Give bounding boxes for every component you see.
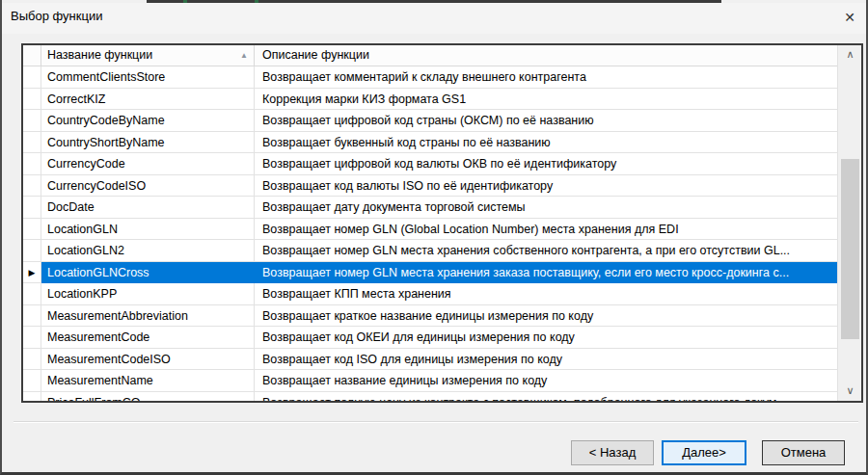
back-button[interactable]: < Назад bbox=[571, 440, 654, 465]
function-name-cell[interactable]: CurrencyCodeISO bbox=[41, 175, 255, 198]
column-header-label: Название функции bbox=[47, 48, 152, 62]
function-name-cell[interactable]: MeasurementAbbreviation bbox=[41, 305, 255, 328]
scroll-up-icon[interactable]: ∧ bbox=[838, 45, 862, 65]
cancel-button[interactable]: Отмена bbox=[762, 440, 845, 465]
row-indicator-cell bbox=[23, 66, 41, 89]
row-indicator-cell bbox=[23, 305, 41, 328]
row-indicator-cell bbox=[23, 175, 41, 198]
function-desc-cell[interactable]: Возвращает номер GLN (Global Location Nu… bbox=[255, 219, 837, 241]
close-icon[interactable]: ✕ bbox=[833, 5, 866, 30]
row-indicator-cell bbox=[23, 132, 41, 154]
next-button[interactable]: Далее> bbox=[662, 440, 746, 465]
function-name-cell[interactable]: MeasurementCode bbox=[41, 327, 255, 349]
table-row[interactable]: MeasurementAbbreviationВозвращает кратко… bbox=[23, 305, 837, 328]
function-desc-cell[interactable]: Возвращает код ОКЕИ для единицы измерени… bbox=[255, 327, 837, 349]
table-row[interactable]: CountryCodeByNameВозвращает цифровой код… bbox=[23, 110, 837, 132]
function-name-cell[interactable]: CountryCodeByName bbox=[41, 110, 255, 132]
function-name-cell[interactable]: DocDate bbox=[41, 197, 255, 219]
table-row[interactable]: MeasurementCodeISOВозвращает код ISO для… bbox=[23, 349, 837, 371]
row-indicator-cell bbox=[23, 153, 41, 175]
table-row[interactable]: MeasurementCodeВозвращает код ОКЕИ для е… bbox=[23, 327, 837, 349]
table-rows: CommentClientsStoreВозвращает комментари… bbox=[23, 66, 837, 401]
footer-separator bbox=[14, 421, 858, 423]
scroll-down-icon[interactable]: ∨ bbox=[838, 382, 862, 401]
table-row[interactable]: CorrectKIZКоррекция марки КИЗ формата GS… bbox=[23, 89, 837, 111]
function-name-cell[interactable]: PriceFullFromCO bbox=[41, 392, 255, 402]
header-indicator-cell bbox=[23, 45, 41, 66]
table-row[interactable]: LocationKPPВозвращает КПП места хранения bbox=[23, 283, 837, 305]
row-indicator-cell bbox=[23, 392, 41, 402]
function-name-cell[interactable]: MeasurementName bbox=[41, 370, 255, 392]
function-name-cell[interactable]: LocationGLN bbox=[41, 219, 255, 241]
scrollbar-thumb[interactable] bbox=[841, 159, 859, 339]
function-table: Название функции ▲ Описание функции Comm… bbox=[21, 43, 863, 403]
function-desc-cell[interactable]: Возвращает буквенный код страны по её на… bbox=[255, 132, 837, 154]
function-name-cell[interactable]: LocationGLNCross bbox=[41, 262, 255, 284]
table-row[interactable]: ▶LocationGLNCrossВозвращает номер GLN ме… bbox=[23, 262, 837, 284]
function-name-cell[interactable]: MeasurementCodeISO bbox=[41, 349, 255, 371]
function-name-cell[interactable]: CommentClientsStore bbox=[41, 66, 255, 89]
table-row[interactable]: MeasurementNameВозвращает название едини… bbox=[23, 370, 837, 392]
row-indicator-cell bbox=[23, 370, 41, 392]
table-row[interactable]: DocDateВозвращает дату документа торгово… bbox=[23, 197, 837, 219]
function-desc-cell[interactable]: Возвращает номер GLN места хранения зака… bbox=[255, 262, 837, 284]
row-indicator-cell bbox=[23, 197, 41, 219]
function-desc-cell[interactable]: Возвращает краткое название единицы изме… bbox=[255, 305, 837, 328]
function-select-dialog: Выбор функции ✕ Название функции ▲ Описа… bbox=[0, 0, 868, 475]
function-desc-cell[interactable]: Коррекция марки КИЗ формата GS1 bbox=[255, 89, 837, 111]
sort-ascending-icon: ▲ bbox=[240, 45, 248, 66]
row-indicator-cell bbox=[23, 240, 41, 262]
function-desc-cell[interactable]: Возвращает дату документа торговой систе… bbox=[255, 197, 837, 219]
row-indicator-cell bbox=[23, 219, 41, 241]
row-indicator-cell bbox=[23, 283, 41, 305]
table-row[interactable]: LocationGLN2Возвращает номер GLN места х… bbox=[23, 240, 837, 262]
row-indicator-cell bbox=[23, 110, 41, 132]
dialog-title: Выбор функции bbox=[11, 9, 102, 23]
table-row[interactable]: LocationGLNВозвращает номер GLN (Global … bbox=[23, 219, 837, 241]
function-name-cell[interactable]: LocationKPP bbox=[41, 283, 255, 305]
column-header-function-desc[interactable]: Описание функции bbox=[255, 45, 837, 66]
function-desc-cell[interactable]: Возвращает полную цену из контракта с по… bbox=[255, 392, 837, 402]
function-desc-cell[interactable]: Возвращает КПП места хранения bbox=[255, 283, 837, 305]
table-row[interactable]: CurrencyCodeISOВозвращает код валюты ISO… bbox=[23, 175, 837, 198]
function-desc-cell[interactable]: Возвращает код валюты ISO по её идентифи… bbox=[255, 175, 837, 198]
function-desc-cell[interactable]: Возвращает номер GLN места хранения собс… bbox=[255, 240, 837, 262]
column-header-function-name[interactable]: Название функции ▲ bbox=[41, 45, 255, 66]
column-header-label: Описание функции bbox=[262, 48, 369, 62]
function-desc-cell[interactable]: Возвращает комментарий к складу внешнего… bbox=[255, 66, 837, 89]
function-name-cell[interactable]: CorrectKIZ bbox=[41, 89, 255, 111]
vertical-scrollbar[interactable]: ∧ ∨ bbox=[837, 45, 861, 401]
function-name-cell[interactable]: CountryShortByName bbox=[41, 132, 255, 154]
table-row[interactable]: CommentClientsStoreВозвращает комментари… bbox=[23, 66, 837, 89]
table-row[interactable]: PriceFullFromCOВозвращает полную цену из… bbox=[23, 392, 837, 402]
function-desc-cell[interactable]: Возвращает цифровой код валюты ОКВ по её… bbox=[255, 153, 837, 175]
function-desc-cell[interactable]: Возвращает название единицы измерения по… bbox=[255, 370, 837, 392]
row-indicator-cell bbox=[23, 349, 41, 371]
table-row[interactable]: CountryShortByNameВозвращает буквенный к… bbox=[23, 132, 837, 154]
row-indicator-cell bbox=[23, 327, 41, 349]
table-row[interactable]: CurrencyCodeВозвращает цифровой код валю… bbox=[23, 153, 837, 175]
current-row-pointer-icon: ▶ bbox=[23, 262, 41, 284]
function-desc-cell[interactable]: Возвращает цифровой код страны (ОКСМ) по… bbox=[255, 110, 837, 132]
function-name-cell[interactable]: CurrencyCode bbox=[41, 153, 255, 175]
function-table-body: Название функции ▲ Описание функции Comm… bbox=[23, 45, 837, 401]
function-desc-cell[interactable]: Возвращает код ISO для единицы измерения… bbox=[255, 349, 837, 371]
function-name-cell[interactable]: LocationGLN2 bbox=[41, 240, 255, 262]
table-header-row: Название функции ▲ Описание функции bbox=[23, 45, 837, 66]
row-indicator-cell bbox=[23, 89, 41, 111]
title-bar: Выбор функции ✕ bbox=[2, 3, 866, 34]
